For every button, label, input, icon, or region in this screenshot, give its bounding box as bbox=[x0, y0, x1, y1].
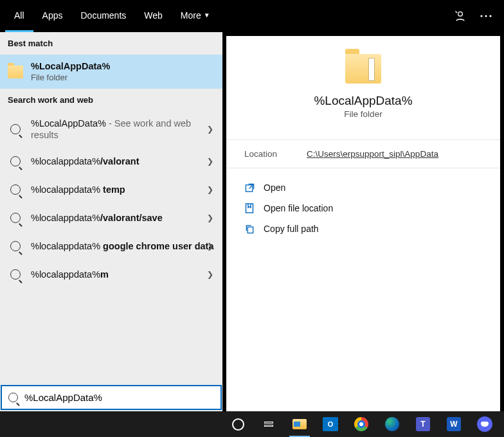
search-box[interactable] bbox=[1, 385, 222, 410]
folder-icon bbox=[345, 54, 381, 84]
svg-point-3 bbox=[489, 15, 491, 17]
search-web-header: Search work and web bbox=[0, 89, 222, 111]
action-label: Open bbox=[264, 183, 285, 193]
tab-documents[interactable]: Documents bbox=[71, 0, 135, 32]
search-icon bbox=[10, 213, 21, 223]
search-icon bbox=[8, 393, 18, 402]
taskbar: O T W bbox=[0, 411, 504, 437]
suggestion-bold: temp bbox=[103, 184, 125, 195]
web-suggestion[interactable]: %localappdata%m ❯ bbox=[0, 260, 222, 289]
chevron-right-icon[interactable]: ❯ bbox=[207, 213, 213, 222]
file-explorer-icon bbox=[292, 419, 307, 429]
action-copy-path[interactable]: Copy full path bbox=[244, 219, 482, 239]
search-filter-tabs: All Apps Documents Web More▼ bbox=[0, 0, 504, 32]
discord-icon bbox=[477, 416, 492, 432]
chevron-right-icon[interactable]: ❯ bbox=[207, 270, 213, 279]
web-suggestion[interactable]: %localappdata%/valorant ❯ bbox=[0, 147, 222, 175]
tab-label: Documents bbox=[80, 10, 126, 21]
suggestion-prefix: %LocalAppData% bbox=[31, 118, 106, 129]
svg-point-2 bbox=[485, 15, 487, 17]
web-suggestion[interactable]: %localappdata%/valorant/save ❯ bbox=[0, 204, 222, 232]
edge-icon bbox=[385, 417, 399, 431]
feedback-icon[interactable] bbox=[447, 3, 473, 29]
tab-web[interactable]: Web bbox=[135, 0, 172, 32]
preview-pane: %LocalAppData% File folder Location C:\U… bbox=[226, 36, 500, 411]
chevron-right-icon[interactable]: ❯ bbox=[207, 185, 213, 194]
outlook-icon: O bbox=[323, 417, 338, 431]
cortana-icon bbox=[232, 418, 244, 431]
action-open-location[interactable]: Open file location bbox=[244, 198, 482, 219]
suggestion-prefix: %localappdata% bbox=[31, 156, 100, 166]
open-icon bbox=[244, 183, 255, 193]
suggestion-prefix: %localappdata% bbox=[31, 269, 100, 280]
svg-rect-5 bbox=[246, 204, 253, 213]
caret-down-icon: ▼ bbox=[204, 12, 210, 19]
taskbar-taskview[interactable] bbox=[255, 411, 283, 437]
folder-icon bbox=[8, 66, 23, 78]
taskbar-edge[interactable] bbox=[378, 411, 406, 437]
action-label: Copy full path bbox=[264, 224, 319, 234]
taskbar-cortana[interactable] bbox=[224, 411, 252, 437]
search-icon bbox=[10, 184, 21, 195]
open-location-icon bbox=[244, 203, 255, 213]
chevron-right-icon[interactable]: ❯ bbox=[207, 157, 213, 166]
location-label: Location bbox=[244, 149, 277, 159]
search-icon bbox=[10, 156, 21, 166]
best-match-header: Best match bbox=[0, 32, 222, 55]
search-input[interactable] bbox=[24, 392, 214, 403]
taskbar-word[interactable]: W bbox=[440, 411, 468, 437]
web-suggestion[interactable]: %LocalAppData% - See work and web result… bbox=[0, 111, 222, 147]
options-icon[interactable] bbox=[473, 3, 499, 29]
taskbar-explorer[interactable] bbox=[285, 411, 314, 437]
copy-path-icon bbox=[244, 224, 255, 234]
chevron-right-icon[interactable]: ❯ bbox=[207, 242, 213, 251]
chevron-right-icon[interactable]: ❯ bbox=[207, 125, 213, 134]
result-title: %LocalAppData% bbox=[31, 61, 215, 71]
suggestion-bold: /valorant/save bbox=[100, 213, 163, 223]
results-pane: Best match %LocalAppData% File folder Se… bbox=[0, 32, 222, 411]
tab-label: Web bbox=[144, 10, 163, 21]
action-label: Open file location bbox=[264, 203, 333, 213]
svg-point-0 bbox=[458, 12, 463, 16]
taskview-icon bbox=[264, 422, 273, 427]
suggestion-prefix: %localappdata% bbox=[31, 184, 103, 195]
tab-apps[interactable]: Apps bbox=[33, 0, 72, 32]
taskbar-discord[interactable] bbox=[471, 411, 499, 437]
word-icon: W bbox=[447, 417, 461, 431]
svg-rect-6 bbox=[248, 227, 253, 233]
tab-label: Apps bbox=[42, 10, 63, 21]
best-match-result[interactable]: %LocalAppData% File folder bbox=[0, 55, 222, 89]
taskbar-teams[interactable]: T bbox=[409, 411, 437, 437]
preview-title: %LocalAppData% bbox=[314, 94, 412, 108]
teams-icon: T bbox=[416, 417, 430, 431]
chrome-icon bbox=[354, 417, 368, 431]
suggestion-prefix: %localappdata% bbox=[31, 213, 100, 223]
tab-label: All bbox=[14, 10, 24, 21]
suggestion-bold: /valorant bbox=[100, 156, 139, 166]
suggestion-bold: google chrome user data bbox=[103, 241, 213, 251]
suggestion-bold: m bbox=[100, 269, 109, 280]
tab-label: More bbox=[181, 10, 201, 21]
web-suggestion[interactable]: %localappdata% temp ❯ bbox=[0, 175, 222, 204]
tab-more[interactable]: More▼ bbox=[172, 0, 219, 32]
suggestion-prefix: %localappdata% bbox=[31, 241, 103, 251]
location-link[interactable]: C:\Users\erpsupport_sipl\AppData bbox=[307, 149, 438, 159]
tab-all[interactable]: All bbox=[5, 0, 33, 32]
preview-subtitle: File folder bbox=[344, 109, 382, 119]
action-open[interactable]: Open bbox=[244, 177, 482, 198]
search-icon bbox=[10, 124, 21, 134]
search-icon bbox=[10, 269, 21, 280]
web-suggestion[interactable]: %localappdata% google chrome user data ❯ bbox=[0, 232, 222, 260]
result-subtitle: File folder bbox=[31, 73, 215, 82]
search-icon bbox=[10, 241, 21, 251]
taskbar-chrome[interactable] bbox=[347, 411, 375, 437]
taskbar-outlook[interactable]: O bbox=[316, 411, 345, 437]
svg-point-1 bbox=[480, 15, 482, 17]
